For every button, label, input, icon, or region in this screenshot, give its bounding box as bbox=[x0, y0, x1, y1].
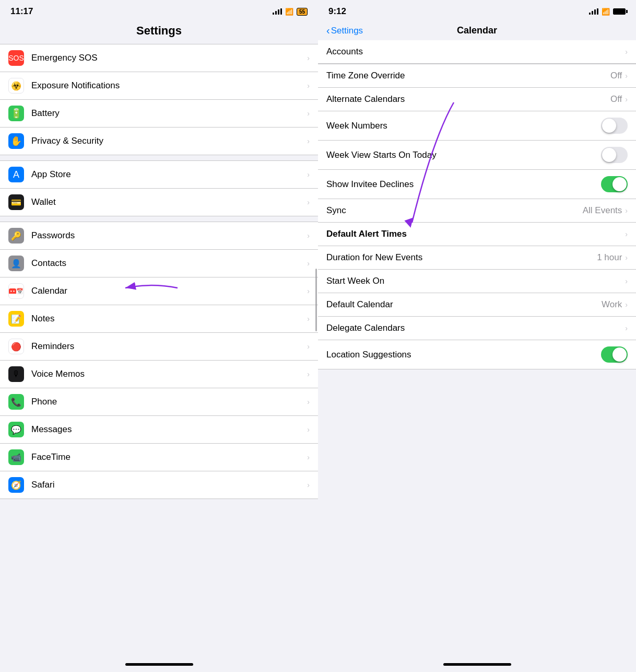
calendar-settings-group: Time Zone Override Off › Alternate Calen… bbox=[318, 64, 636, 369]
default-calendar-value: Work bbox=[602, 299, 622, 310]
calendar-page-title: Calendar bbox=[457, 25, 497, 36]
cal-row-alt-calendars[interactable]: Alternate Calendars Off › bbox=[318, 88, 636, 111]
emergency-sos-icon: SOS bbox=[8, 50, 24, 66]
voice-memos-icon: 🎙 bbox=[8, 366, 24, 382]
default-calendar-label: Default Calendar bbox=[326, 299, 602, 310]
cal-row-default-calendar[interactable]: Default Calendar Work › bbox=[318, 293, 636, 317]
settings-row-privacy[interactable]: ✋ Privacy & Security › bbox=[0, 128, 318, 155]
settings-title: Settings bbox=[0, 20, 318, 44]
timezone-chevron: › bbox=[625, 72, 628, 80]
location-toggle-knob bbox=[613, 347, 627, 362]
calendar-label: Calendar bbox=[31, 286, 304, 296]
week-view-toggle[interactable] bbox=[601, 147, 628, 163]
settings-row-voice-memos[interactable]: 🎙 Voice Memos › bbox=[0, 361, 318, 388]
right-status-bar: 9:12 📶 bbox=[318, 0, 636, 20]
signal-icon bbox=[273, 8, 282, 15]
phone-icon: 📞 bbox=[8, 394, 24, 410]
settings-row-contacts[interactable]: 👤 Contacts › bbox=[0, 250, 318, 277]
invitee-toggle-knob bbox=[613, 177, 627, 191]
settings-row-exposure[interactable]: ☣️ Exposure Notifications › bbox=[0, 72, 318, 100]
wallet-label: Wallet bbox=[31, 197, 304, 207]
cal-row-sync[interactable]: Sync All Events › bbox=[318, 199, 636, 223]
right-wifi-icon: 📶 bbox=[602, 8, 610, 16]
cal-row-invitee[interactable]: Show Invitee Declines bbox=[318, 170, 636, 199]
default-calendar-chevron: › bbox=[625, 300, 628, 309]
week-numbers-toggle[interactable] bbox=[601, 118, 628, 134]
duration-value: 1 hour bbox=[597, 252, 622, 263]
start-week-chevron: › bbox=[625, 277, 628, 285]
cal-row-delegate[interactable]: Delegate Calendars › bbox=[318, 317, 636, 340]
facetime-icon: 📹 bbox=[8, 449, 24, 465]
sync-chevron: › bbox=[625, 206, 628, 215]
safari-chevron: › bbox=[307, 481, 310, 489]
cal-row-start-week[interactable]: Start Week On › bbox=[318, 270, 636, 293]
settings-row-safari[interactable]: 🧭 Safari › bbox=[0, 471, 318, 499]
exposure-icon: ☣️ bbox=[8, 78, 24, 94]
wifi-icon: 📶 bbox=[285, 8, 293, 16]
settings-group-apps: 🔑 Passwords › 👤 Contacts › ● ● 📅 bbox=[0, 222, 318, 499]
battery-indicator: 55 bbox=[297, 8, 308, 16]
cal-row-duration[interactable]: Duration for New Events 1 hour › bbox=[318, 246, 636, 270]
settings-row-battery[interactable]: 🔋 Battery › bbox=[0, 100, 318, 128]
settings-group-store: A App Store › 💳 Wallet › bbox=[0, 160, 318, 216]
timezone-value: Off bbox=[610, 71, 622, 81]
calendar-chevron: › bbox=[307, 287, 310, 295]
invitee-toggle[interactable] bbox=[601, 176, 628, 192]
battery-icon: 🔋 bbox=[8, 106, 24, 121]
calendar-icon: ● ● 📅 bbox=[8, 283, 24, 299]
alt-calendars-label: Alternate Calendars bbox=[326, 94, 610, 105]
settings-row-reminders[interactable]: 🔴 Reminders › bbox=[0, 333, 318, 361]
settings-row-notes[interactable]: 📝 Notes › bbox=[0, 305, 318, 333]
alt-calendars-value: Off bbox=[610, 94, 622, 105]
exposure-chevron: › bbox=[307, 82, 310, 90]
cal-row-timezone[interactable]: Time Zone Override Off › bbox=[318, 64, 636, 88]
settings-scroll[interactable]: SOS Emergency SOS › ☣️ Exposure Notifica… bbox=[0, 44, 318, 659]
right-signal-icon bbox=[589, 8, 598, 15]
safari-label: Safari bbox=[31, 480, 304, 490]
right-status-icons: 📶 bbox=[589, 8, 626, 16]
back-chevron-icon: ‹ bbox=[326, 25, 330, 37]
settings-row-phone[interactable]: 📞 Phone › bbox=[0, 388, 318, 416]
battery-label: Battery bbox=[31, 108, 304, 119]
default-alert-label: Default Alert Times bbox=[326, 229, 625, 239]
settings-row-passwords[interactable]: 🔑 Passwords › bbox=[0, 222, 318, 250]
reminders-icon: 🔴 bbox=[8, 339, 24, 354]
timezone-label: Time Zone Override bbox=[326, 71, 610, 81]
settings-row-wallet[interactable]: 💳 Wallet › bbox=[0, 189, 318, 216]
cal-row-default-alert[interactable]: Default Alert Times › bbox=[318, 223, 636, 246]
contacts-icon: 👤 bbox=[8, 256, 24, 271]
reminders-chevron: › bbox=[307, 342, 310, 351]
wallet-icon: 💳 bbox=[8, 194, 24, 210]
delegate-chevron: › bbox=[625, 324, 628, 332]
emergency-sos-label: Emergency SOS bbox=[31, 53, 304, 63]
location-label: Location Suggestions bbox=[326, 350, 601, 360]
exposure-label: Exposure Notifications bbox=[31, 80, 304, 91]
accounts-label: Accounts bbox=[326, 47, 625, 57]
facetime-label: FaceTime bbox=[31, 452, 304, 462]
left-status-icons: 📶 55 bbox=[273, 8, 308, 16]
battery-chevron: › bbox=[307, 109, 310, 118]
accounts-chevron: › bbox=[625, 48, 628, 56]
settings-row-messages[interactable]: 💬 Messages › bbox=[0, 416, 318, 444]
phone-label: Phone bbox=[31, 397, 304, 407]
accounts-partial-row[interactable]: Accounts › bbox=[318, 40, 636, 64]
back-button[interactable]: ‹ Settings bbox=[326, 25, 363, 37]
location-toggle[interactable] bbox=[601, 346, 628, 363]
notes-icon: 📝 bbox=[8, 311, 24, 327]
settings-row-emergency-sos[interactable]: SOS Emergency SOS › bbox=[0, 44, 318, 72]
privacy-chevron: › bbox=[307, 137, 310, 145]
settings-row-app-store[interactable]: A App Store › bbox=[0, 161, 318, 189]
cal-row-location[interactable]: Location Suggestions bbox=[318, 340, 636, 369]
settings-row-facetime[interactable]: 📹 FaceTime › bbox=[0, 444, 318, 471]
settings-row-calendar[interactable]: ● ● 📅 Calendar › bbox=[0, 277, 318, 305]
wallet-chevron: › bbox=[307, 198, 310, 206]
cal-row-week-numbers[interactable]: Week Numbers bbox=[318, 111, 636, 141]
left-status-bar: 11:17 📶 55 bbox=[0, 0, 318, 20]
calendar-nav-bar: ‹ Settings Calendar bbox=[318, 20, 636, 40]
left-home-indicator bbox=[125, 663, 193, 666]
passwords-icon: 🔑 bbox=[8, 228, 24, 244]
calendar-content: Accounts › Time Zone Override Off › Alte… bbox=[318, 40, 636, 659]
cal-row-week-view[interactable]: Week View Starts On Today bbox=[318, 141, 636, 170]
invitee-label: Show Invitee Declines bbox=[326, 179, 601, 190]
sync-value: All Events bbox=[583, 205, 622, 216]
